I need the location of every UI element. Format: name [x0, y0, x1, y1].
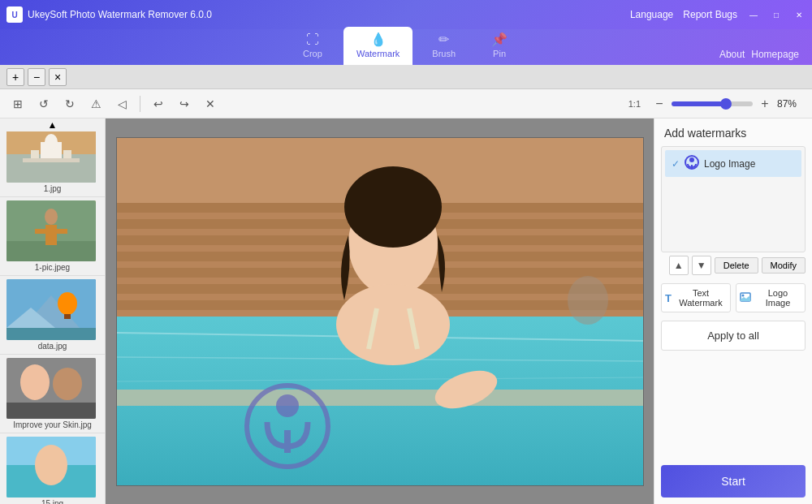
undo-rotate-btn[interactable]: ↺ — [32, 93, 55, 115]
language-link[interactable]: Language — [630, 9, 673, 20]
svg-rect-22 — [6, 403, 96, 419]
logo-image-btn-icon — [740, 291, 751, 305]
move-down-btn[interactable]: ▼ — [692, 256, 711, 275]
homepage-link[interactable]: Homepage — [751, 49, 799, 60]
main-layout: ▲ 1.jpg — [0, 118, 812, 504]
watermark-icon: 💧 — [370, 32, 387, 47]
remove-file-btn[interactable]: − — [28, 68, 45, 86]
svg-point-51 — [276, 394, 299, 417]
redo-btn[interactable]: ↪ — [173, 93, 196, 115]
logo-image-btn-label: Logo Image — [754, 288, 801, 308]
watermark-list: ✓ Logo Image — [661, 146, 806, 252]
svg-point-3 — [45, 134, 58, 150]
report-bugs-link[interactable]: Report Bugs — [683, 9, 737, 20]
tab-brush[interactable]: ✏ Brush — [419, 27, 469, 65]
tab-crop-label: Crop — [303, 49, 322, 58]
thumbnail-image — [6, 358, 96, 419]
apply-to-all-btn[interactable]: Apply to all — [661, 321, 806, 351]
svg-point-44 — [344, 166, 442, 248]
svg-point-49 — [568, 276, 608, 325]
svg-rect-16 — [6, 328, 96, 340]
tab-brush-label: Brush — [432, 49, 456, 58]
zoom-controls: 1:1 − + 87% — [628, 95, 806, 113]
toolbar: ⊞ ↺ ↻ ⚠ ◁ ↩ ↪ ✕ 1:1 − + 87% — [0, 89, 812, 118]
modify-btn[interactable]: Modify — [762, 257, 806, 274]
text-watermark-label: Text Watermark — [675, 288, 727, 308]
svg-point-57 — [742, 294, 745, 296]
svg-rect-11 — [35, 229, 45, 234]
add-logo-image-btn[interactable]: Logo Image — [736, 283, 806, 312]
zoom-out-btn[interactable]: − — [650, 95, 668, 113]
toolbar-separator — [140, 96, 140, 112]
tab-pin[interactable]: 📌 Pin — [475, 27, 524, 65]
zoom-slider[interactable] — [672, 101, 753, 106]
svg-rect-6 — [23, 158, 80, 162]
canvas-area[interactable] — [106, 118, 654, 504]
thumbnail-image — [6, 200, 96, 261]
tab-pin-label: Pin — [493, 49, 506, 58]
scroll-up-indicator: ▲ — [0, 118, 105, 131]
watermark-item[interactable]: ✓ Logo Image — [665, 150, 801, 177]
list-item[interactable]: data.jpg — [0, 276, 105, 355]
redo-rotate-btn[interactable]: ↻ — [58, 93, 81, 115]
zoom-in-btn[interactable]: + — [756, 95, 774, 113]
thumbnail-label: 1-pic.jpeg — [6, 263, 98, 272]
cancel-btn[interactable]: ✕ — [199, 93, 222, 115]
file-tabs: + − × — [0, 65, 812, 89]
pattern-tool-btn[interactable]: ⊞ — [6, 93, 29, 115]
mode-bar: ⛶ Crop 💧 Watermark ✏ Brush 📌 Pin About H… — [0, 29, 812, 65]
svg-rect-52 — [284, 430, 291, 453]
right-panel: Add watermarks ✓ Logo Image ▲ ▼ — [654, 118, 812, 504]
svg-point-54 — [689, 157, 694, 162]
win-maximize-btn[interactable]: □ — [770, 8, 783, 21]
start-btn[interactable]: Start — [661, 465, 806, 498]
undo-btn[interactable]: ↩ — [147, 93, 170, 115]
sidebar: ▲ 1.jpg — [0, 118, 106, 504]
move-up-btn[interactable]: ▲ — [669, 256, 689, 275]
panel-header: Add watermarks — [654, 118, 812, 146]
svg-rect-12 — [57, 229, 67, 234]
flip-btn[interactable]: ◁ — [110, 93, 133, 115]
close-file-btn[interactable]: × — [49, 68, 67, 86]
tab-crop[interactable]: ⛶ Crop — [288, 28, 337, 65]
svg-point-45 — [336, 284, 450, 365]
text-watermark-icon: T — [665, 292, 672, 304]
thumbnail-image — [6, 279, 96, 340]
svg-rect-39 — [117, 390, 644, 406]
title-bar: U UkeySoft Photo Watermark Remover 6.0.0… — [0, 0, 812, 29]
tab-watermark[interactable]: 💧 Watermark — [343, 27, 412, 65]
tab-watermark-label: Watermark — [356, 49, 400, 58]
thumbnail-label: Improve your Skin.jpg — [6, 420, 98, 429]
app-title: UkeySoft Photo Watermark Remover 6.0.0 — [28, 9, 630, 20]
wm-checkbox[interactable]: ✓ — [672, 158, 680, 170]
win-close-btn[interactable]: ✕ — [793, 8, 806, 21]
add-watermark-buttons: T Text Watermark Logo Image — [654, 278, 812, 317]
svg-rect-10 — [45, 225, 57, 245]
svg-point-17 — [58, 292, 77, 315]
add-text-watermark-btn[interactable]: T Text Watermark — [661, 283, 731, 312]
about-link[interactable]: About — [719, 49, 745, 60]
zoom-ratio-btn[interactable]: 1:1 — [628, 99, 641, 109]
svg-rect-55 — [691, 165, 693, 168]
title-actions: Language Report Bugs — □ ✕ — [630, 8, 806, 21]
add-file-btn[interactable]: + — [6, 68, 24, 86]
svg-point-25 — [35, 445, 67, 485]
list-item[interactable]: 1-pic.jpeg — [0, 197, 105, 276]
svg-point-20 — [20, 364, 50, 400]
list-item[interactable]: 15.jpg — [0, 433, 105, 504]
zoom-percent-label: 87% — [777, 98, 806, 110]
list-actions: ▲ ▼ Delete Modify — [654, 252, 812, 278]
svg-rect-18 — [64, 314, 71, 319]
list-item[interactable]: Improve your Skin.jpg — [0, 355, 105, 433]
thumbnail-label: 1.jpg — [6, 184, 98, 193]
svg-point-9 — [45, 209, 58, 225]
logo-image-icon — [685, 155, 699, 172]
warning-btn[interactable]: ⚠ — [84, 93, 107, 115]
watermark-item-label: Logo Image — [704, 158, 755, 170]
pin-icon: 📌 — [491, 32, 508, 47]
main-image — [116, 137, 644, 486]
thumbnail-image — [6, 437, 96, 498]
delete-btn[interactable]: Delete — [715, 257, 758, 274]
win-minimize-btn[interactable]: — — [747, 8, 760, 21]
brush-icon: ✏ — [438, 32, 449, 47]
